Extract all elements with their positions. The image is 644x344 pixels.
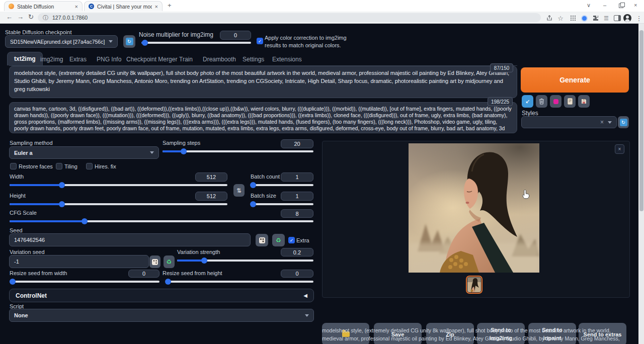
- tab-png-info[interactable]: PNG Info: [97, 56, 121, 63]
- reading-list-icon[interactable]: ☰: [602, 14, 610, 22]
- tiling-checkbox[interactable]: [56, 163, 62, 169]
- swap-dims-icon: ⇅: [236, 187, 242, 194]
- cfg-scale-slider[interactable]: [10, 218, 313, 224]
- checkpoint-dropdown[interactable]: SD15NewVAEpruned.ckpt [27a4ac756c]: [5, 35, 118, 48]
- cfg-scale-value[interactable]: 8: [281, 209, 313, 218]
- variation-strength-slider[interactable]: [177, 257, 313, 264]
- batch-size-value[interactable]: 1: [281, 192, 313, 201]
- sampling-method-dropdown[interactable]: Euler a: [9, 146, 159, 159]
- window-minimize-button[interactable]: –: [603, 2, 606, 8]
- forward-icon[interactable]: →: [17, 13, 24, 21]
- variation-strength-value[interactable]: 0.2: [281, 248, 313, 256]
- reuse-seed-button[interactable]: ♻: [272, 234, 285, 246]
- save-style-button[interactable]: [578, 95, 590, 108]
- checkpoint-label: Stable Diffusion checkpoint: [5, 29, 72, 35]
- resize-seed-width-slider[interactable]: [10, 279, 159, 285]
- seed-input[interactable]: 1476462546: [9, 233, 251, 246]
- resize-seed-height-value[interactable]: 0: [281, 270, 313, 278]
- gallery-thumbnail[interactable]: [466, 276, 482, 294]
- side-panel-icon[interactable]: [613, 14, 621, 22]
- restore-faces-checkbox[interactable]: [10, 163, 17, 169]
- prompt-textarea[interactable]: modelshoot style, (extremely detailed CG…: [9, 66, 517, 98]
- tab-train[interactable]: Train: [179, 56, 193, 63]
- swap-width-height-button[interactable]: ⇅: [233, 184, 245, 197]
- paste-params-button[interactable]: ↙: [522, 95, 533, 108]
- hires-fix-checkbox[interactable]: [86, 163, 93, 169]
- tab-dreambooth[interactable]: Dreambooth: [203, 56, 236, 63]
- tab-img2img[interactable]: img2img: [40, 56, 63, 63]
- styles-dropdown[interactable]: ×: [521, 116, 617, 128]
- extra-networks-button[interactable]: [550, 95, 561, 108]
- dice-icon: [152, 259, 158, 265]
- sampling-steps-slider[interactable]: [163, 148, 313, 154]
- scrollbar-thumb[interactable]: [639, 30, 643, 211]
- resize-seed-height-slider[interactable]: [166, 279, 313, 285]
- bookmark-star-icon[interactable]: ☆: [556, 14, 565, 22]
- browser-tab-stable-diffusion[interactable]: Stable Diffusion ×: [4, 1, 83, 11]
- generation-info-text: modelshoot style, (extremely detailed CG…: [322, 326, 626, 343]
- height-slider[interactable]: [10, 201, 227, 207]
- browser-tab-civitai[interactable]: C Civitai | Share your models ×: [84, 1, 163, 11]
- generated-image[interactable]: [409, 143, 539, 273]
- site-info-icon[interactable]: ⓘ: [43, 14, 48, 22]
- noise-multiplier-value[interactable]: 0: [220, 31, 251, 40]
- thumbnail-image: [467, 277, 481, 292]
- collapse-left-icon: ◀: [303, 293, 307, 298]
- back-icon[interactable]: ←: [6, 13, 13, 21]
- window-close-button[interactable]: ×: [634, 2, 637, 8]
- reload-icon[interactable]: ↻: [28, 13, 34, 21]
- tab-extras[interactable]: Extras: [69, 56, 87, 63]
- width-value[interactable]: 512: [195, 173, 227, 182]
- variation-seed-input[interactable]: -1: [9, 255, 149, 268]
- width-slider[interactable]: [10, 182, 227, 188]
- clear-styles-icon[interactable]: ×: [600, 119, 604, 126]
- apps-grid-icon[interactable]: [569, 14, 577, 22]
- styles-label: Styles: [522, 110, 538, 117]
- kebab-menu-icon[interactable]: ⋮: [635, 14, 643, 22]
- batch-size-slider[interactable]: [251, 201, 313, 207]
- height-value[interactable]: 512: [195, 192, 227, 201]
- tab-close-icon[interactable]: ×: [75, 4, 78, 10]
- tab-checkpoint-merger[interactable]: Checkpoint Merger: [126, 56, 177, 63]
- extension-blue-icon[interactable]: [580, 14, 588, 22]
- negative-prompt-textarea[interactable]: canvas frame, cartoon, 3d, ((disfigured)…: [9, 102, 517, 133]
- styles-refresh-button[interactable]: ↻: [618, 116, 629, 128]
- sampling-method-label: Sampling method: [10, 140, 53, 146]
- share-icon[interactable]: [545, 14, 553, 22]
- color-correction-checkbox[interactable]: ✓: [257, 38, 263, 44]
- script-dropdown[interactable]: None: [9, 309, 314, 322]
- puzzle-extensions-icon[interactable]: [592, 14, 600, 22]
- variation-reuse-seed-button[interactable]: ♻: [164, 255, 175, 268]
- tab-txt2img[interactable]: txt2img: [7, 52, 43, 65]
- browser-tab-title: Civitai | Share your models: [97, 4, 152, 10]
- generate-button[interactable]: Generate: [521, 67, 629, 93]
- address-bar[interactable]: ⓘ 127.0.0.1:7860: [38, 13, 541, 22]
- profile-avatar[interactable]: [623, 14, 631, 22]
- apply-style-button[interactable]: [564, 95, 576, 108]
- controlnet-accordion[interactable]: ControlNet ◀: [9, 289, 314, 302]
- resize-seed-width-value[interactable]: 0: [128, 270, 159, 278]
- tab-settings[interactable]: Settings: [243, 56, 264, 63]
- new-tab-button[interactable]: +: [168, 2, 172, 9]
- batch-count-slider[interactable]: [251, 182, 313, 188]
- tiling-label: Tiling: [64, 163, 77, 169]
- page-scrollbar[interactable]: [638, 24, 644, 344]
- close-preview-button[interactable]: ×: [615, 144, 624, 154]
- window-menu-chevron-icon[interactable]: ∨: [587, 2, 591, 9]
- variation-random-seed-button[interactable]: [149, 255, 160, 268]
- sampling-steps-value[interactable]: 20: [281, 139, 313, 148]
- extra-seed-checkbox[interactable]: ✓: [288, 237, 295, 243]
- clear-prompt-button[interactable]: [536, 95, 547, 108]
- seed-label: Seed: [10, 227, 23, 233]
- batch-count-value[interactable]: 1: [281, 173, 313, 182]
- tab-extensions[interactable]: Extensions: [272, 56, 302, 63]
- tab-close-icon[interactable]: ×: [155, 4, 158, 10]
- random-seed-button[interactable]: [256, 234, 268, 246]
- style-card-icon: [568, 98, 573, 105]
- checkpoint-refresh-button[interactable]: ↻: [123, 35, 135, 48]
- resize-seed-height-label: Resize seed from height: [163, 270, 222, 276]
- window-restore-button[interactable]: [619, 4, 623, 8]
- sampling-method-value: Euler a: [14, 150, 33, 156]
- noise-multiplier-slider[interactable]: [141, 40, 251, 46]
- url-text: 127.0.0.1:7860: [52, 15, 88, 21]
